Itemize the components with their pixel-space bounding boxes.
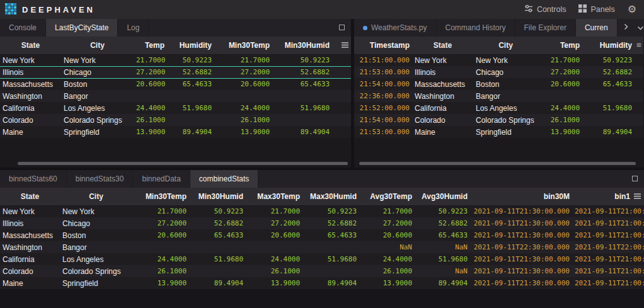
cell[interactable]: New York — [0, 54, 61, 66]
cell[interactable]: Washington — [0, 241, 60, 253]
column-header-min30temp[interactable]: Min30Temp — [214, 37, 272, 54]
cell[interactable]: 24.4000 — [132, 253, 189, 265]
cell[interactable]: 2021-09-11T21:30:00.000 — [470, 277, 572, 289]
cell[interactable]: 27.2000 — [134, 66, 167, 78]
table-row[interactable]: ColoradoColorado Springs26.100026.1000 — [0, 114, 351, 126]
table-row[interactable]: ColoradoColorado Springs26.100026.100026… — [0, 265, 644, 277]
table-row[interactable]: WashingtonBangorNaNNaN2021-09-11T22:30:0… — [0, 241, 644, 253]
tab-binneddata[interactable]: binnedData — [133, 170, 190, 188]
cell[interactable]: Los Angeles — [61, 102, 134, 114]
cell[interactable] — [302, 265, 359, 277]
cell[interactable]: Los Angeles — [60, 253, 132, 265]
cell[interactable]: Bangor — [473, 90, 538, 102]
tab-binnedstats30[interactable]: binnedStats30 — [67, 170, 134, 188]
cell[interactable]: Illinois — [0, 217, 60, 229]
cell[interactable]: 52.6882 — [189, 217, 246, 229]
cell[interactable]: 65.4633 — [189, 229, 246, 241]
cell[interactable]: Maine — [0, 126, 61, 138]
cell[interactable]: 2021-09-11T21:00:00.000 — [572, 253, 644, 265]
cell[interactable]: 51.9680 — [167, 102, 214, 114]
cell[interactable]: 20.6000 — [134, 78, 167, 90]
cell[interactable]: 20.6000 — [214, 78, 272, 90]
cell[interactable]: Illinois — [412, 66, 473, 78]
cell[interactable]: 24.4000 — [246, 253, 302, 265]
cell[interactable] — [302, 241, 359, 253]
cell[interactable] — [214, 90, 272, 102]
cell[interactable]: 26.1000 — [538, 114, 582, 126]
cell[interactable]: 65.4633 — [582, 78, 635, 90]
cell[interactable]: 21:51:00.000 — [354, 54, 412, 66]
column-header-temp[interactable]: Temp — [134, 37, 167, 54]
table-corner[interactable] — [635, 37, 643, 54]
column-header-bin1[interactable]: bin1 — [572, 188, 644, 205]
cell[interactable]: Bangor — [60, 241, 132, 253]
cell[interactable]: 50.9223 — [189, 205, 246, 217]
cell[interactable]: 50.9223 — [582, 54, 635, 66]
cell[interactable]: 65.4633 — [272, 78, 332, 90]
cell[interactable]: Chicago — [473, 66, 538, 78]
cell[interactable]: 21.7000 — [132, 205, 189, 217]
chevron-right-icon[interactable] — [624, 23, 628, 32]
cell[interactable]: Chicago — [60, 217, 132, 229]
cell[interactable] — [246, 241, 302, 253]
table-row[interactable]: WashingtonBangor — [0, 90, 351, 102]
cell[interactable]: California — [0, 102, 61, 114]
table-corner[interactable] — [332, 37, 351, 54]
cell[interactable]: 21.7000 — [246, 205, 302, 217]
cell[interactable]: 2021-09-11T21:00:00.000 — [572, 265, 644, 277]
cell[interactable]: 24.4000 — [214, 102, 272, 114]
cell[interactable]: 2021-09-11T21:30:00.000 — [470, 217, 572, 229]
cell[interactable]: 21.7000 — [214, 54, 272, 66]
settings-button[interactable]: ⚙ — [628, 4, 636, 14]
cell[interactable]: 51.9680 — [302, 253, 359, 265]
cell[interactable]: 2021-09-11T21:30:00.000 — [470, 265, 572, 277]
cell[interactable]: Illinois — [0, 66, 61, 78]
cell[interactable]: 2021-09-11T21:00:00.000 — [572, 277, 644, 289]
cell[interactable]: 2021-09-11T21:00:00.000 — [572, 205, 644, 217]
cell[interactable]: 26.1000 — [132, 265, 189, 277]
cell[interactable]: 65.4633 — [302, 229, 359, 241]
table-row[interactable]: New YorkNew York21.700050.922321.700050.… — [0, 54, 351, 66]
table-row[interactable]: 21:52:00.000CaliforniaLos Angeles24.4000… — [354, 102, 643, 114]
table-row[interactable]: MaineSpringfield13.900089.490413.900089.… — [0, 126, 351, 138]
cell[interactable]: 24.4000 — [134, 102, 167, 114]
column-header-min30temp[interactable]: Min30Temp — [132, 188, 189, 205]
horizontal-scrollbar[interactable] — [359, 162, 636, 165]
cell[interactable]: 2021-09-11T21:30:00.000 — [470, 229, 572, 241]
tab-command-history[interactable]: Command History — [437, 19, 515, 37]
table-row[interactable]: CaliforniaLos Angeles24.400051.968024.40… — [0, 102, 351, 114]
column-header-min30humid[interactable]: Min30Humid — [189, 188, 246, 205]
cell[interactable]: New York — [412, 54, 473, 66]
cell[interactable]: 21:53:00.000 — [354, 66, 412, 78]
cell[interactable]: 89.4904 — [167, 126, 214, 138]
tab-log[interactable]: Log — [118, 19, 149, 37]
cell[interactable] — [189, 241, 246, 253]
table-menu-icon[interactable] — [341, 42, 349, 48]
table-row[interactable]: MaineSpringfield13.900089.490413.900089.… — [0, 277, 644, 289]
cell[interactable]: 20.6000 — [359, 229, 415, 241]
cell[interactable]: 13.9000 — [246, 277, 302, 289]
column-header-state[interactable]: State — [0, 188, 60, 205]
cell[interactable]: Bangor — [61, 90, 134, 102]
cell[interactable]: Massachusetts — [0, 78, 61, 90]
cell[interactable]: 21.7000 — [134, 54, 167, 66]
cell[interactable]: Boston — [60, 229, 132, 241]
horizontal-scrollbar[interactable] — [18, 162, 348, 165]
cell[interactable]: Chicago — [61, 66, 134, 78]
cell[interactable]: 52.6882 — [167, 66, 214, 78]
cell[interactable]: 51.9680 — [272, 102, 332, 114]
cell[interactable]: 65.4633 — [415, 229, 470, 241]
column-header-city[interactable]: City — [61, 37, 134, 54]
column-header-state[interactable]: State — [0, 37, 61, 54]
table-row[interactable]: IllinoisChicago27.200052.688227.200052.6… — [0, 217, 644, 229]
cell[interactable]: 52.6882 — [272, 66, 332, 78]
tab-file-explorer[interactable]: File Explorer — [515, 19, 576, 37]
cell[interactable]: Massachusetts — [0, 229, 60, 241]
cell[interactable]: 20.6000 — [132, 229, 189, 241]
cell[interactable]: 21:54:00.000 — [354, 114, 412, 126]
cell[interactable]: 27.2000 — [246, 217, 302, 229]
column-header-city[interactable]: City — [473, 37, 538, 54]
table-row[interactable]: MassachusettsBoston20.600065.463320.6000… — [0, 229, 644, 241]
cell[interactable]: New York — [473, 54, 538, 66]
column-header-timestamp[interactable]: Timestamp — [354, 37, 412, 54]
